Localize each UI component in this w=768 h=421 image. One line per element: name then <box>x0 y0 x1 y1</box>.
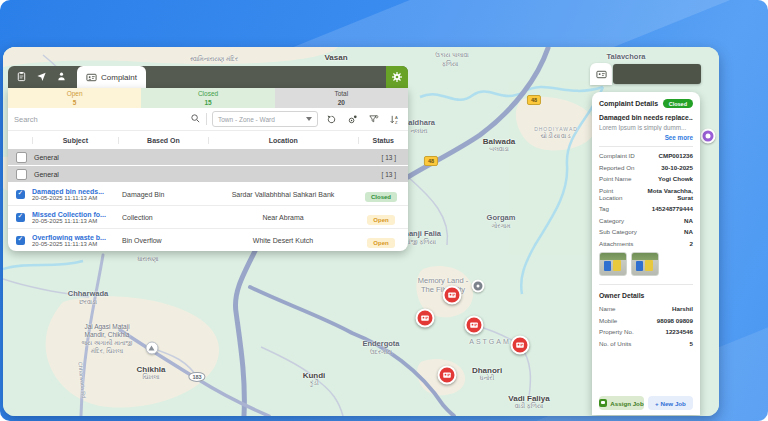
table-row[interactable]: Damaged bin needs... 20-05-2025 11:11:13… <box>8 183 408 206</box>
svg-text:A: A <box>394 114 397 119</box>
poi-marker-purple[interactable] <box>701 129 716 144</box>
complaint-map-marker[interactable] <box>438 366 457 385</box>
complaint-list-panel: Open 5 Closed 15 Total 20 Search <box>8 88 408 251</box>
group-checkbox[interactable] <box>16 169 27 180</box>
navigate-icon[interactable] <box>36 68 47 86</box>
row-location: Sardar Vallabhbhai Sahkari Bank <box>208 191 358 198</box>
owner-details-title: Owner Details <box>599 292 693 299</box>
field-value: 30-10-2025 <box>661 164 693 171</box>
new-job-button[interactable]: + New Job <box>648 396 693 410</box>
poi-marker-gray[interactable] <box>472 280 485 293</box>
details-title: Complaint Details <box>599 100 658 107</box>
region-dropdown[interactable]: Town - Zone - Ward <box>212 111 318 127</box>
group-count: [ 13 ] <box>382 154 396 161</box>
group-row[interactable]: General [ 13 ] <box>8 149 408 166</box>
tab-open-count: 5 <box>8 98 141 107</box>
complaint-map-marker[interactable] <box>416 309 435 328</box>
divider <box>599 146 693 147</box>
refresh-button[interactable] <box>323 111 339 127</box>
complaint-map-marker[interactable] <box>443 286 462 305</box>
promo-background: Vasanસ્વામિનારાયણ મંદિરઉકાય પાલાવાફળિયાN… <box>0 0 768 421</box>
field-value: NA <box>684 228 693 235</box>
region-dropdown-value: Town - Zone - Ward <box>218 116 275 123</box>
field-value: 98098 09809 <box>657 317 693 324</box>
table-row[interactable]: Missed Collection fo... 20-05-2025 11:11… <box>8 206 408 229</box>
tab-total-label: Total <box>275 89 408 98</box>
attachment-thumbnail[interactable] <box>599 252 627 276</box>
group-label: General <box>34 154 59 161</box>
highway-badge: 48 <box>424 156 438 166</box>
tab-complaint[interactable]: Complaint <box>77 66 146 88</box>
status-badge: Open <box>367 238 394 248</box>
briefcase-icon <box>599 399 607 407</box>
field-label: Complaint ID <box>599 152 635 159</box>
header-subject[interactable]: Subject <box>32 137 118 144</box>
group-label: General <box>34 171 59 178</box>
row-subject-link[interactable]: Damaged bin needs... <box>32 188 118 195</box>
status-badge: Open <box>367 215 394 225</box>
field-value: 145248779444 <box>652 205 693 212</box>
complaint-icon <box>86 72 97 83</box>
row-based-on: Bin Overflow <box>118 237 208 244</box>
funnel-filter-icon[interactable] <box>365 111 381 127</box>
row-checkbox[interactable] <box>16 213 25 222</box>
field-label: Property No. <box>599 328 634 335</box>
field-label: Reported On <box>599 164 634 171</box>
see-more-link[interactable]: See more <box>599 134 693 141</box>
group-checkbox[interactable] <box>16 152 27 163</box>
svg-text:Z: Z <box>394 119 397 124</box>
row-checkbox[interactable] <box>16 190 25 199</box>
highway-badge: 48 <box>527 95 541 105</box>
tab-closed[interactable]: Closed 15 <box>141 88 274 108</box>
group-row[interactable]: General [ 13 ] <box>8 166 408 183</box>
staff-icon[interactable] <box>56 68 67 86</box>
search-input[interactable]: Search <box>14 115 185 124</box>
tab-total-count: 20 <box>275 98 408 107</box>
row-subject-link[interactable]: Missed Collection fo... <box>32 211 118 218</box>
sort-az-icon[interactable]: AZ <box>386 111 402 127</box>
table-header: Subject Based On Location Status <box>8 131 408 149</box>
map-toolbar: Complaint <box>8 66 408 88</box>
new-job-label: + New Job <box>655 400 686 407</box>
field-value: Yogi Chowk <box>658 175 693 182</box>
complaint-description: Lorem Ipsum is simply dumm... <box>599 124 693 131</box>
field-value: 5 <box>690 340 693 347</box>
attachment-thumbnail[interactable] <box>631 252 659 276</box>
header-location[interactable]: Location <box>208 137 358 144</box>
header-based-on[interactable]: Based On <box>118 137 208 144</box>
assign-job-button[interactable]: Assign Job <box>599 396 644 410</box>
search-icon[interactable] <box>190 110 201 128</box>
tab-complaint-label: Complaint <box>101 73 137 82</box>
field-label: Point Location <box>599 187 635 201</box>
field-value: Harshil <box>672 305 693 312</box>
settings-button[interactable] <box>386 66 408 88</box>
complaint-map-marker[interactable] <box>465 316 484 335</box>
field-label: Attachments <box>599 240 633 247</box>
table-row[interactable]: Overflowing waste b... 20-05-2025 11:11:… <box>8 229 408 251</box>
complaint-title: Damaged bin needs replace... <box>599 114 693 121</box>
gear-icon <box>391 71 403 83</box>
row-date: 20-05-2025 11:11:13 AM <box>32 195 118 201</box>
clipboard-icon[interactable] <box>16 68 27 86</box>
row-date: 20-05-2025 11:11:13 AM <box>32 218 118 224</box>
details-toolbar[interactable] <box>613 64 701 84</box>
field-value: Mota Varachha, Surat <box>635 187 693 201</box>
details-tab[interactable] <box>590 63 612 85</box>
assign-job-label: Assign Job <box>610 400 643 407</box>
row-date: 20-05-2025 11:11:13 AM <box>32 241 118 247</box>
complaint-map-marker[interactable] <box>511 336 530 355</box>
header-status[interactable]: Status <box>358 137 409 144</box>
tab-total[interactable]: Total 20 <box>275 88 408 108</box>
group-count: [ 13 ] <box>382 171 396 178</box>
chevron-down-icon <box>306 117 312 121</box>
row-checkbox[interactable] <box>16 236 25 245</box>
row-subject-link[interactable]: Overflowing waste b... <box>32 234 118 241</box>
status-badge: Closed <box>365 192 397 202</box>
temple-poi-icon[interactable] <box>146 342 159 355</box>
field-value: 2 <box>690 240 693 247</box>
field-value: NA <box>684 217 693 224</box>
settings-filter-icon[interactable] <box>344 111 360 127</box>
tab-open[interactable]: Open 5 <box>8 88 141 108</box>
app-screen: Vasanસ્વામિનારાયણ મંદિરઉકાય પાલાવાફળિયાN… <box>3 47 719 416</box>
field-label: Name <box>599 305 616 312</box>
